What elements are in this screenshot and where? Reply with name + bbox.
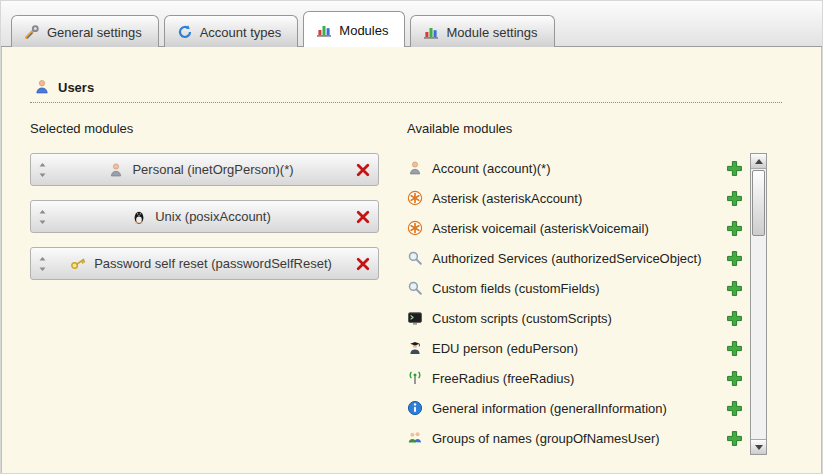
selected-module-content: Unix (posixAccount) (47, 209, 355, 225)
scroll-up-button[interactable] (751, 154, 766, 169)
info-icon (407, 400, 423, 416)
arrow-up-icon (755, 159, 763, 164)
selected-module-row: Personal (inetOrgPerson)(*) (30, 153, 379, 186)
person-icon (407, 160, 423, 176)
tab-account-types[interactable]: Account types (164, 15, 299, 47)
tab-label: Modules (339, 23, 388, 38)
asterisk-icon (407, 190, 423, 206)
available-module-label: Custom fields (customFields) (432, 281, 717, 296)
add-module-button[interactable] (726, 220, 743, 237)
selected-modules-list: Personal (inetOrgPerson)(*)Unix (posixAc… (30, 153, 407, 280)
available-modules-wrap: Account (account)(*)Asterisk (asteriskAc… (407, 153, 791, 455)
magnifier-icon (407, 250, 423, 266)
available-module-row: Custom fields (customFields) (407, 273, 743, 303)
remove-module-button[interactable] (355, 209, 371, 225)
antenna-icon (407, 370, 423, 386)
add-module-button[interactable] (726, 400, 743, 417)
drag-handle-icon[interactable] (38, 256, 47, 272)
add-module-button[interactable] (726, 370, 743, 387)
selected-module-content: Personal (inetOrgPerson)(*) (47, 162, 355, 178)
available-module-row: Custom scripts (customScripts) (407, 303, 743, 333)
available-module-label: Account (account)(*) (432, 161, 717, 176)
available-module-row: Asterisk voicemail (asteriskVoicemail) (407, 213, 743, 243)
selected-module-label: Personal (inetOrgPerson)(*) (132, 162, 293, 177)
terminal-icon (407, 310, 423, 326)
remove-module-button[interactable] (355, 162, 371, 178)
drag-handle-icon[interactable] (38, 162, 47, 178)
available-module-label: FreeRadius (freeRadius) (432, 371, 717, 386)
available-module-label: Asterisk (asteriskAccount) (432, 191, 717, 206)
available-module-label: Authorized Services (authorizedServiceOb… (432, 251, 717, 266)
available-modules-heading: Available modules (407, 121, 791, 136)
add-module-button[interactable] (726, 430, 743, 447)
penguin-icon (131, 209, 147, 225)
asterisk-icon (407, 220, 423, 236)
tab-bar: General settingsAccount typesModulesModu… (1, 1, 822, 47)
add-module-button[interactable] (726, 280, 743, 297)
scroll-down-button[interactable] (751, 439, 766, 454)
selected-module-row: Password self reset (passwordSelfReset) (30, 247, 379, 280)
tab-label: Account types (200, 25, 282, 40)
available-modules-list: Account (account)(*)Asterisk (asteriskAc… (407, 153, 743, 455)
available-module-row: Account (account)(*) (407, 153, 743, 183)
available-module-row: Groups of names (groupOfNamesUser) (407, 423, 743, 453)
available-module-label: EDU person (eduPerson) (432, 341, 717, 356)
add-module-button[interactable] (726, 160, 743, 177)
scrollbar-thumb[interactable] (752, 170, 765, 236)
selected-modules-heading: Selected modules (30, 121, 407, 136)
tab-modules[interactable]: Modules (303, 11, 405, 47)
available-module-row: Asterisk (asteriskAccount) (407, 183, 743, 213)
add-module-button[interactable] (726, 190, 743, 207)
refresh-icon (177, 24, 193, 40)
add-module-button[interactable] (726, 310, 743, 327)
available-module-row: EDU person (eduPerson) (407, 333, 743, 363)
selected-modules-column: Selected modules Personal (inetOrgPerson… (30, 115, 407, 455)
add-module-button[interactable] (726, 340, 743, 357)
selected-module-content: Password self reset (passwordSelfReset) (47, 256, 355, 272)
group-icon (407, 430, 423, 446)
selected-module-row: Unix (posixAccount) (30, 200, 379, 233)
lam-configuration-window: General settingsAccount typesModulesModu… (0, 0, 823, 474)
available-module-label: Custom scripts (customScripts) (432, 311, 717, 326)
available-module-row: Authorized Services (authorizedServiceOb… (407, 243, 743, 273)
users-section-header: Users (30, 65, 782, 103)
scrollbar-track[interactable] (751, 169, 766, 439)
person-icon (108, 162, 124, 178)
drag-handle-icon[interactable] (38, 209, 47, 225)
selected-module-label: Unix (posixAccount) (155, 209, 271, 224)
remove-module-button[interactable] (355, 256, 371, 272)
add-module-button[interactable] (726, 250, 743, 267)
available-module-label: General information (generalInformation) (432, 401, 717, 416)
available-module-label: Groups of names (groupOfNamesUser) (432, 431, 717, 446)
wrench-icon (24, 24, 40, 40)
magnifier-icon (407, 280, 423, 296)
available-modules-column: Available modules Account (account)(*)As… (407, 115, 791, 455)
user-icon (34, 79, 50, 95)
modules-panel: Users Selected modules Personal (inetOrg… (1, 47, 822, 474)
available-modules-scrollbar[interactable] (750, 153, 767, 455)
available-module-row: General information (generalInformation) (407, 393, 743, 423)
tab-module-settings[interactable]: Module settings (410, 15, 554, 47)
selected-module-label: Password self reset (passwordSelfReset) (94, 256, 332, 271)
tab-general-settings[interactable]: General settings (11, 15, 159, 47)
module-columns: Selected modules Personal (inetOrgPerson… (30, 115, 791, 455)
bar-chart-icon (316, 22, 332, 38)
arrow-down-icon (755, 445, 763, 450)
section-title: Users (58, 80, 94, 95)
tab-label: General settings (47, 25, 142, 40)
bar-chart-icon (423, 24, 439, 40)
graduate-icon (407, 340, 423, 356)
key-icon (70, 256, 86, 272)
tab-label: Module settings (446, 25, 537, 40)
available-module-row: FreeRadius (freeRadius) (407, 363, 743, 393)
available-module-label: Asterisk voicemail (asteriskVoicemail) (432, 221, 717, 236)
